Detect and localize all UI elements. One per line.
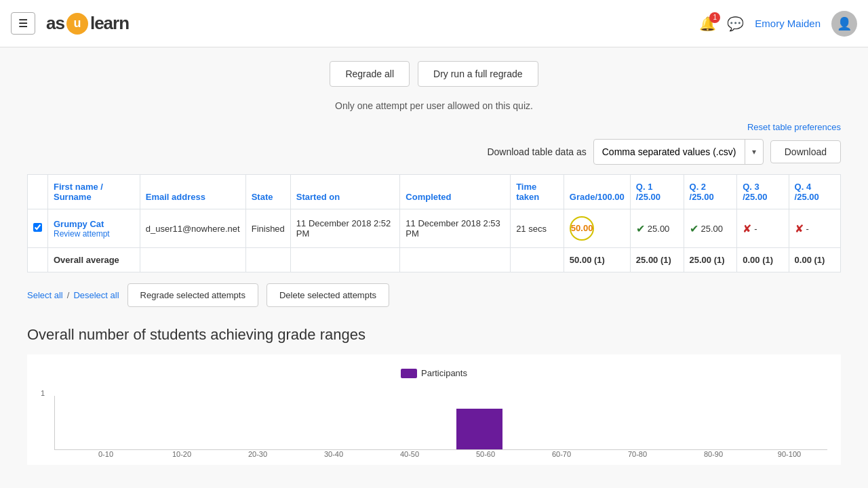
th-q1[interactable]: Q. 1 /25.00 xyxy=(630,175,684,209)
th-completed[interactable]: Completed xyxy=(400,175,511,209)
reset-preferences-area: Reset table preferences xyxy=(27,122,841,132)
q3-result: ✘ - xyxy=(743,222,783,235)
info-text: Only one attempt per user allowed on thi… xyxy=(27,100,841,111)
row-checkbox-cell[interactable] xyxy=(28,209,48,248)
chart-bar-wrap xyxy=(134,396,211,449)
logo-post: learn xyxy=(90,13,129,34)
download-format-select[interactable]: Comma separated values (.csv) xyxy=(594,141,745,163)
th-name[interactable]: First name / Surname xyxy=(48,175,140,209)
select-all-link[interactable]: Select all xyxy=(27,290,63,300)
grade-ranges-section: Overall number of students achieving gra… xyxy=(27,326,841,465)
regrade-selected-button[interactable]: Regrade selected attempts xyxy=(127,283,258,307)
logo-pre: as xyxy=(46,13,64,34)
reset-preferences-link[interactable]: Reset table preferences xyxy=(747,122,841,132)
dry-run-button[interactable]: Dry run a full regrade xyxy=(418,61,538,87)
logo: as u learn xyxy=(46,13,129,35)
q3-check-icon: ✘ xyxy=(743,222,751,235)
menu-icon: ☰ xyxy=(18,18,28,29)
q4-result: ✘ - xyxy=(795,222,835,235)
grade-cell: 50.00 xyxy=(564,209,630,248)
avg-empty-completed xyxy=(400,248,511,272)
th-email[interactable]: Email address xyxy=(140,175,245,209)
chart-bar-wrap xyxy=(211,396,288,449)
notification-bell[interactable]: 🔔 1 xyxy=(699,16,716,32)
avg-q4: 0.00 (1) xyxy=(789,248,840,272)
chart-bar-wrap xyxy=(671,396,748,449)
time-cell: 21 secs xyxy=(511,209,564,248)
student-name-cell: Grumpy Cat Review attempt xyxy=(48,209,140,248)
table-row: Grumpy Cat Review attempt d_user11@nowhe… xyxy=(28,209,841,248)
avatar-icon: 👤 xyxy=(837,16,852,31)
review-attempt-link[interactable]: Review attempt xyxy=(54,229,134,239)
download-button[interactable]: Download xyxy=(770,140,841,163)
q4-value: - xyxy=(806,224,809,234)
q4-check-icon: ✘ xyxy=(795,222,804,235)
chart-bar-wrap xyxy=(441,396,517,449)
delete-selected-button[interactable]: Delete selected attempts xyxy=(267,283,389,307)
x-axis-label: 0-10 xyxy=(68,450,144,458)
q2-check-icon: ✔ xyxy=(690,222,698,235)
download-select-wrapper: Comma separated values (.csv) ▾ xyxy=(593,139,764,165)
menu-button[interactable]: ☰ xyxy=(11,12,35,35)
completed-cell: 11 December 2018 2:53 PM xyxy=(400,209,511,248)
chart-container: Participants 1 0-1010-2020-3030-4040-505… xyxy=(27,354,841,465)
avg-empty-email xyxy=(140,248,245,272)
x-axis-label: 10-20 xyxy=(144,450,220,458)
legend-item-participants: Participants xyxy=(401,368,467,378)
q2-value: 25.00 xyxy=(701,224,724,234)
th-state[interactable]: State xyxy=(245,175,290,209)
legend-label-participants: Participants xyxy=(421,368,467,378)
header-right: 🔔 1 💬 Emory Maiden 👤 xyxy=(699,11,857,37)
chart-bars-area xyxy=(54,396,827,450)
x-axis-label: 70-80 xyxy=(599,450,675,458)
select-deselect-area: Select all / Deselect all xyxy=(27,290,119,300)
user-name[interactable]: Emory Maiden xyxy=(755,18,821,29)
chart-bar-wrap xyxy=(364,396,441,449)
avatar[interactable]: 👤 xyxy=(831,11,857,37)
q1-cell: ✔ 25.00 xyxy=(630,209,684,248)
email-cell: d_user11@nowhere.net xyxy=(140,209,245,248)
started-cell: 11 December 2018 2:52 PM xyxy=(290,209,400,248)
grade-ranges-title: Overall number of students achieving gra… xyxy=(27,326,841,344)
x-axis-label: 50-60 xyxy=(448,450,524,458)
th-time[interactable]: Time taken xyxy=(511,175,564,209)
x-axis-label: 80-90 xyxy=(675,450,751,458)
th-q3[interactable]: Q. 3 /25.00 xyxy=(737,175,789,209)
th-q2[interactable]: Q. 2 /25.00 xyxy=(684,175,737,209)
avg-grade: 50.00 (1) xyxy=(564,248,630,272)
deselect-all-link[interactable]: Deselect all xyxy=(73,290,119,300)
th-q4[interactable]: Q. 4 /25.00 xyxy=(789,175,840,209)
avg-empty-started xyxy=(290,248,400,272)
chart-bar-wrap xyxy=(58,396,134,449)
chart-area: 1 xyxy=(41,389,827,450)
chart-bar-wrap xyxy=(748,396,825,449)
q3-value: - xyxy=(754,224,757,234)
th-started[interactable]: Started on xyxy=(290,175,400,209)
student-first-name: Grumpy Cat xyxy=(54,219,104,229)
chart-bar-wrap xyxy=(288,396,364,449)
state-cell: Finished xyxy=(245,209,290,248)
download-label: Download table data as xyxy=(487,146,586,157)
th-grade[interactable]: Grade/100.00 xyxy=(564,175,630,209)
dropdown-arrow-icon[interactable]: ▾ xyxy=(745,140,763,164)
download-row: Download table data as Comma separated v… xyxy=(27,139,841,165)
legend-box-participants xyxy=(401,369,417,378)
q2-result: ✔ 25.00 xyxy=(690,222,732,235)
header: ☰ as u learn 🔔 1 💬 Emory Maiden 👤 xyxy=(0,0,868,47)
overall-average-row: Overall average 50.00 (1) 25.00 (1) 25.0… xyxy=(28,248,841,272)
q4-cell: ✘ - xyxy=(789,209,840,248)
q2-cell: ✔ 25.00 xyxy=(684,209,737,248)
chart-bars xyxy=(58,396,825,449)
table-header-row: First name / Surname Email address State… xyxy=(28,175,841,209)
bottom-actions: Select all / Deselect all Regrade select… xyxy=(27,283,841,307)
q1-value: 25.00 xyxy=(648,224,670,234)
avg-empty-time xyxy=(511,248,564,272)
main-content: Regrade all Dry run a full regrade Only … xyxy=(0,47,868,488)
regrade-all-button[interactable]: Regrade all xyxy=(330,61,410,87)
row-checkbox[interactable] xyxy=(33,223,42,232)
avg-q1: 25.00 (1) xyxy=(630,248,684,272)
chart-bar-wrap xyxy=(518,396,595,449)
chat-icon[interactable]: 💬 xyxy=(727,16,744,32)
x-axis-label: 40-50 xyxy=(372,450,448,458)
y-axis-label: 1 xyxy=(41,389,45,397)
